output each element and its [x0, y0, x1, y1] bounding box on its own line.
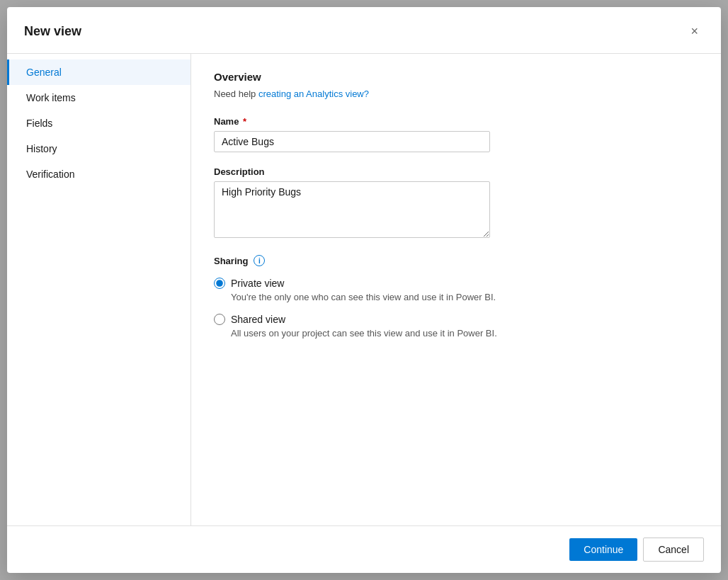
sidebar-item-history[interactable]: History: [7, 136, 190, 161]
radio-option-shared: Shared view All users on your project ca…: [214, 314, 698, 344]
sidebar-item-work-items[interactable]: Work items: [7, 85, 190, 110]
continue-button[interactable]: Continue: [569, 538, 637, 561]
sharing-header: Sharing i: [214, 255, 698, 266]
description-form-group: Description High Priority Bugs: [214, 166, 698, 241]
sidebar-item-verification[interactable]: Verification: [7, 161, 190, 187]
radio-group: Private view You're the only one who can…: [214, 278, 698, 344]
name-form-group: Name *: [214, 116, 698, 152]
required-star: *: [243, 116, 246, 127]
sidebar-item-label-work-items: Work items: [26, 92, 76, 103]
name-input[interactable]: [214, 131, 490, 152]
close-button[interactable]: ×: [685, 21, 704, 42]
sharing-section: Sharing i Private view You're the: [214, 255, 698, 344]
description-textarea[interactable]: High Priority Bugs: [214, 181, 490, 238]
help-link[interactable]: creating an Analytics view?: [258, 89, 369, 99]
dialog-body: General Work items Fields History Verifi…: [7, 54, 721, 525]
sidebar: General Work items Fields History Verifi…: [7, 54, 191, 525]
dialog-overlay: New view × General Work items Fields His…: [0, 0, 728, 580]
dialog-footer: Continue Cancel: [7, 525, 721, 573]
radio-row-shared[interactable]: Shared view: [214, 314, 698, 325]
section-title: Overview: [214, 71, 698, 83]
info-icon[interactable]: i: [254, 255, 265, 266]
sidebar-item-label-fields: Fields: [26, 118, 52, 129]
radio-input-private[interactable]: [214, 278, 225, 289]
main-content: Overview Need help creating an Analytics…: [191, 54, 721, 525]
new-view-dialog: New view × General Work items Fields His…: [7, 7, 721, 573]
dialog-header: New view ×: [7, 7, 721, 54]
help-text: Need help creating an Analytics view?: [214, 89, 698, 99]
sidebar-item-label-verification: Verification: [26, 169, 74, 180]
cancel-button[interactable]: Cancel: [643, 538, 704, 562]
radio-label-shared: Shared view: [231, 314, 285, 325]
radio-description-shared: All users on your project can see this v…: [231, 328, 698, 339]
radio-input-shared[interactable]: [214, 314, 225, 325]
dialog-title: New view: [24, 24, 81, 39]
sidebar-item-label-history: History: [26, 143, 57, 154]
sidebar-item-fields[interactable]: Fields: [7, 110, 190, 136]
help-text-prefix: Need help: [214, 89, 258, 99]
sidebar-item-label-general: General: [26, 67, 62, 78]
radio-description-private: You're the only one who can see this vie…: [231, 292, 698, 302]
name-label: Name *: [214, 116, 698, 127]
sharing-label: Sharing: [214, 256, 248, 266]
description-label: Description: [214, 166, 698, 177]
sidebar-item-general[interactable]: General: [7, 59, 190, 85]
radio-row-private[interactable]: Private view: [214, 278, 698, 289]
radio-label-private: Private view: [231, 278, 284, 289]
radio-option-private: Private view You're the only one who can…: [214, 278, 698, 308]
close-icon: ×: [690, 24, 698, 39]
